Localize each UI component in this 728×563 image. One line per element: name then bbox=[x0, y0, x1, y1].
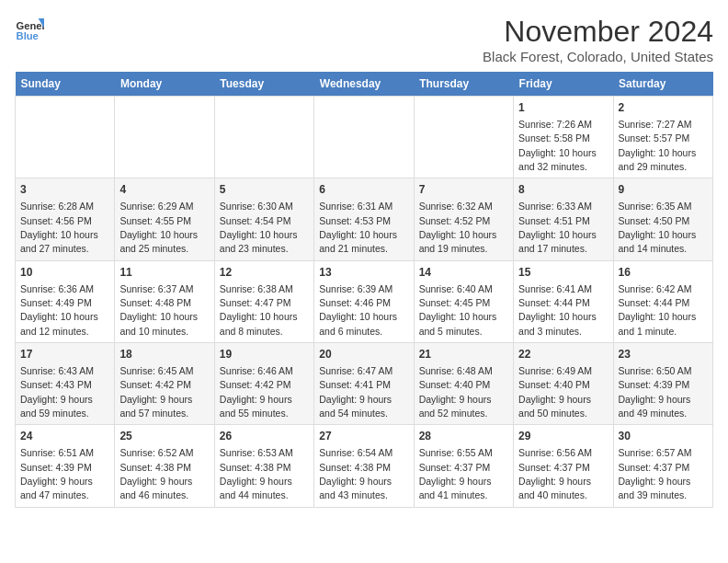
day-detail: Sunrise: 6:45 AM Sunset: 4:42 PM Dayligh… bbox=[119, 365, 193, 419]
day-number: 4 bbox=[119, 182, 209, 198]
day-of-week-header: Thursday bbox=[414, 72, 513, 97]
logo: General Blue bbox=[15, 15, 44, 44]
calendar-cell: 30Sunrise: 6:57 AM Sunset: 4:37 PM Dayli… bbox=[613, 425, 712, 507]
day-detail: Sunrise: 6:50 AM Sunset: 4:39 PM Dayligh… bbox=[619, 365, 692, 419]
calendar-cell: 19Sunrise: 6:46 AM Sunset: 4:42 PM Dayli… bbox=[214, 343, 313, 425]
day-detail: Sunrise: 6:56 AM Sunset: 4:37 PM Dayligh… bbox=[518, 447, 592, 500]
day-detail: Sunrise: 6:53 AM Sunset: 4:38 PM Dayligh… bbox=[220, 447, 293, 500]
day-number: 25 bbox=[119, 429, 209, 444]
day-detail: Sunrise: 6:36 AM Sunset: 4:49 PM Dayligh… bbox=[20, 283, 98, 337]
day-detail: Sunrise: 6:38 AM Sunset: 4:47 PM Dayligh… bbox=[220, 283, 298, 337]
day-detail: Sunrise: 6:43 AM Sunset: 4:43 PM Dayligh… bbox=[20, 365, 94, 419]
logo-icon: General Blue bbox=[15, 15, 44, 44]
day-number: 10 bbox=[20, 265, 109, 281]
day-of-week-header: Friday bbox=[514, 72, 613, 97]
day-number: 16 bbox=[619, 265, 708, 281]
day-number: 30 bbox=[619, 429, 708, 444]
calendar-cell: 28Sunrise: 6:55 AM Sunset: 4:37 PM Dayli… bbox=[414, 425, 513, 507]
day-number: 29 bbox=[518, 429, 608, 444]
calendar-header: SundayMondayTuesdayWednesdayThursdayFrid… bbox=[16, 72, 713, 97]
calendar-cell: 17Sunrise: 6:43 AM Sunset: 4:43 PM Dayli… bbox=[16, 343, 115, 425]
day-number: 18 bbox=[119, 347, 209, 362]
calendar-cell bbox=[16, 97, 115, 178]
calendar-cell: 12Sunrise: 6:38 AM Sunset: 4:47 PM Dayli… bbox=[214, 260, 313, 342]
day-number: 24 bbox=[20, 429, 109, 444]
calendar-cell: 24Sunrise: 6:51 AM Sunset: 4:39 PM Dayli… bbox=[16, 425, 115, 507]
day-detail: Sunrise: 6:28 AM Sunset: 4:56 PM Dayligh… bbox=[20, 201, 98, 254]
page-header: General Blue November 2024 Black Forest,… bbox=[15, 15, 713, 64]
day-detail: Sunrise: 7:26 AM Sunset: 5:58 PM Dayligh… bbox=[518, 119, 597, 172]
calendar-cell: 10Sunrise: 6:36 AM Sunset: 4:49 PM Dayli… bbox=[16, 260, 115, 342]
day-detail: Sunrise: 6:30 AM Sunset: 4:54 PM Dayligh… bbox=[220, 201, 298, 254]
calendar-cell: 22Sunrise: 6:49 AM Sunset: 4:40 PM Dayli… bbox=[514, 343, 613, 425]
calendar-week-row: 3Sunrise: 6:28 AM Sunset: 4:56 PM Daylig… bbox=[16, 178, 713, 260]
svg-text:Blue: Blue bbox=[17, 30, 39, 41]
day-of-week-header: Monday bbox=[115, 72, 214, 97]
day-number: 17 bbox=[20, 347, 109, 362]
day-detail: Sunrise: 6:40 AM Sunset: 4:45 PM Dayligh… bbox=[419, 283, 497, 337]
day-detail: Sunrise: 6:35 AM Sunset: 4:50 PM Dayligh… bbox=[619, 201, 697, 254]
calendar-body: 1Sunrise: 7:26 AM Sunset: 5:58 PM Daylig… bbox=[16, 97, 713, 508]
day-number: 8 bbox=[518, 182, 608, 198]
day-number: 11 bbox=[119, 265, 209, 281]
calendar-cell: 11Sunrise: 6:37 AM Sunset: 4:48 PM Dayli… bbox=[115, 260, 214, 342]
calendar-cell: 9Sunrise: 6:35 AM Sunset: 4:50 PM Daylig… bbox=[613, 178, 712, 260]
day-number: 6 bbox=[319, 182, 408, 198]
day-detail: Sunrise: 6:32 AM Sunset: 4:52 PM Dayligh… bbox=[419, 201, 497, 254]
day-detail: Sunrise: 7:27 AM Sunset: 5:57 PM Dayligh… bbox=[619, 119, 697, 172]
calendar-week-row: 1Sunrise: 7:26 AM Sunset: 5:58 PM Daylig… bbox=[16, 97, 713, 178]
svg-text:General: General bbox=[17, 20, 44, 31]
calendar-cell: 13Sunrise: 6:39 AM Sunset: 4:46 PM Dayli… bbox=[314, 260, 414, 342]
day-number: 13 bbox=[319, 265, 408, 281]
calendar-cell: 8Sunrise: 6:33 AM Sunset: 4:51 PM Daylig… bbox=[514, 178, 613, 260]
main-title: November 2024 bbox=[483, 15, 713, 49]
calendar-cell: 20Sunrise: 6:47 AM Sunset: 4:41 PM Dayli… bbox=[314, 343, 414, 425]
day-number: 26 bbox=[220, 429, 309, 444]
calendar-cell: 14Sunrise: 6:40 AM Sunset: 4:45 PM Dayli… bbox=[414, 260, 513, 342]
day-detail: Sunrise: 6:39 AM Sunset: 4:46 PM Dayligh… bbox=[319, 283, 397, 337]
day-of-week-header: Wednesday bbox=[314, 72, 414, 97]
calendar-cell: 26Sunrise: 6:53 AM Sunset: 4:38 PM Dayli… bbox=[214, 425, 313, 507]
calendar-cell: 1Sunrise: 7:26 AM Sunset: 5:58 PM Daylig… bbox=[514, 97, 613, 178]
calendar-cell bbox=[214, 97, 313, 178]
day-number: 27 bbox=[319, 429, 408, 444]
calendar-cell: 27Sunrise: 6:54 AM Sunset: 4:38 PM Dayli… bbox=[314, 425, 414, 507]
calendar-cell: 2Sunrise: 7:27 AM Sunset: 5:57 PM Daylig… bbox=[613, 97, 712, 178]
day-detail: Sunrise: 6:47 AM Sunset: 4:41 PM Dayligh… bbox=[319, 365, 392, 419]
day-of-week-header: Saturday bbox=[613, 72, 712, 97]
calendar-cell: 18Sunrise: 6:45 AM Sunset: 4:42 PM Dayli… bbox=[115, 343, 214, 425]
day-number: 7 bbox=[419, 182, 508, 198]
calendar-cell: 6Sunrise: 6:31 AM Sunset: 4:53 PM Daylig… bbox=[314, 178, 414, 260]
calendar-cell: 4Sunrise: 6:29 AM Sunset: 4:55 PM Daylig… bbox=[115, 178, 214, 260]
day-number: 3 bbox=[20, 182, 109, 198]
calendar-cell bbox=[414, 97, 513, 178]
day-of-week-header: Sunday bbox=[16, 72, 115, 97]
calendar-table: SundayMondayTuesdayWednesdayThursdayFrid… bbox=[15, 72, 713, 508]
day-detail: Sunrise: 6:49 AM Sunset: 4:40 PM Dayligh… bbox=[518, 365, 592, 419]
day-number: 20 bbox=[319, 347, 408, 362]
subtitle: Black Forest, Colorado, United States bbox=[483, 49, 713, 64]
calendar-cell: 16Sunrise: 6:42 AM Sunset: 4:44 PM Dayli… bbox=[613, 260, 712, 342]
calendar-cell: 7Sunrise: 6:32 AM Sunset: 4:52 PM Daylig… bbox=[414, 178, 513, 260]
calendar-cell: 15Sunrise: 6:41 AM Sunset: 4:44 PM Dayli… bbox=[514, 260, 613, 342]
calendar-week-row: 17Sunrise: 6:43 AM Sunset: 4:43 PM Dayli… bbox=[16, 343, 713, 425]
day-detail: Sunrise: 6:29 AM Sunset: 4:55 PM Dayligh… bbox=[119, 201, 198, 254]
day-number: 14 bbox=[419, 265, 508, 281]
day-number: 12 bbox=[220, 265, 309, 281]
day-number: 28 bbox=[419, 429, 508, 444]
calendar-cell bbox=[314, 97, 414, 178]
calendar-cell: 29Sunrise: 6:56 AM Sunset: 4:37 PM Dayli… bbox=[514, 425, 613, 507]
day-of-week-header: Tuesday bbox=[214, 72, 313, 97]
day-detail: Sunrise: 6:54 AM Sunset: 4:38 PM Dayligh… bbox=[319, 447, 392, 500]
calendar-cell: 25Sunrise: 6:52 AM Sunset: 4:38 PM Dayli… bbox=[115, 425, 214, 507]
day-detail: Sunrise: 6:33 AM Sunset: 4:51 PM Dayligh… bbox=[518, 201, 597, 254]
calendar-cell: 3Sunrise: 6:28 AM Sunset: 4:56 PM Daylig… bbox=[16, 178, 115, 260]
calendar-cell: 21Sunrise: 6:48 AM Sunset: 4:40 PM Dayli… bbox=[414, 343, 513, 425]
calendar-cell: 23Sunrise: 6:50 AM Sunset: 4:39 PM Dayli… bbox=[613, 343, 712, 425]
day-number: 23 bbox=[619, 347, 708, 362]
day-number: 1 bbox=[518, 100, 608, 116]
day-detail: Sunrise: 6:46 AM Sunset: 4:42 PM Dayligh… bbox=[220, 365, 293, 419]
calendar-cell: 5Sunrise: 6:30 AM Sunset: 4:54 PM Daylig… bbox=[214, 178, 313, 260]
day-detail: Sunrise: 6:55 AM Sunset: 4:37 PM Dayligh… bbox=[419, 447, 493, 500]
day-number: 5 bbox=[220, 182, 309, 198]
